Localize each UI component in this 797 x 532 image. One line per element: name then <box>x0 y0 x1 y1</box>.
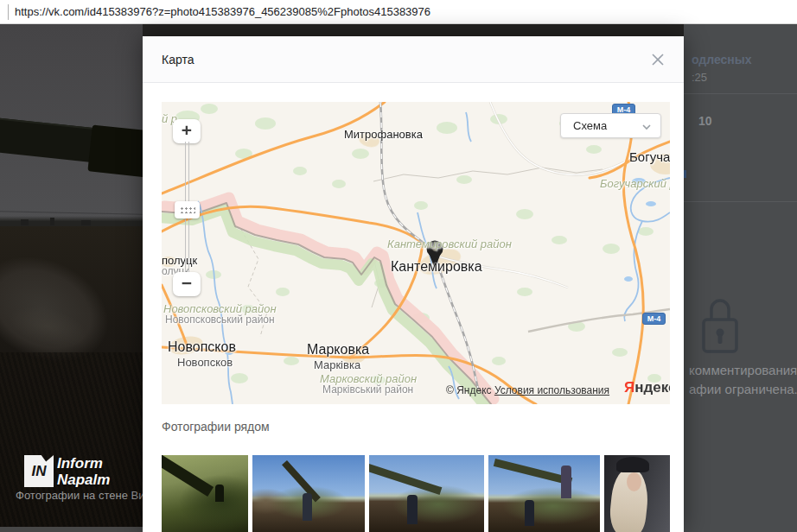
comments-restricted-text: комментирования з <box>689 363 797 377</box>
yandex-map[interactable]: й р Митрофановка Богуча Богучарский ра К… <box>162 102 670 404</box>
url-caret <box>8 4 9 20</box>
dimmed-button-edge <box>684 170 686 178</box>
photos-nearby-row <box>162 455 670 532</box>
dimmed-page-right-panel: одлесных :25 10 комментирования з афии о… <box>684 24 797 532</box>
map-label-kantemirovsky-rayon: Кантемировский район <box>387 238 512 250</box>
photos-nearby-title: Фотографии рядом <box>162 420 270 434</box>
divider <box>684 93 797 94</box>
map-modal: Карта <box>143 36 684 532</box>
map-type-selector[interactable]: Схема <box>560 113 661 138</box>
map-label-boguchar: Богуча <box>629 149 670 164</box>
modal-title: Карта <box>162 53 194 66</box>
map-vector-layer <box>162 102 670 404</box>
map-label-novopskov-ua: Новопсков <box>177 356 233 369</box>
yandex-logo-ya: Я <box>624 379 634 396</box>
portrait-face-shape <box>627 472 641 491</box>
map-label-kantemirovka: Кантемировка <box>391 259 482 275</box>
timestamp-fragment: :25 <box>692 71 707 84</box>
map-label-mitrofanovka: Митрофановка <box>344 128 423 141</box>
slider-dots-icon <box>180 206 195 213</box>
map-label-bogucharsky-rayon: Богучарский ра <box>600 177 670 190</box>
scene-hut <box>21 219 29 225</box>
map-label-markovka-ua: Марківка <box>314 358 360 371</box>
comments-restricted-text: афии ограничена. <box>689 382 797 396</box>
yandex-logo-rest: ндекс <box>634 379 670 396</box>
photo-thumbnail-1[interactable] <box>162 455 248 532</box>
person-shape <box>407 495 418 524</box>
likes-count: 10 <box>698 114 712 128</box>
watermark-line2: Napalm <box>57 472 110 488</box>
informnapalm-logo-badge: IN <box>24 455 54 487</box>
watermark-line1: Inform <box>57 455 110 472</box>
browser-url-bar[interactable]: https://vk.com/id415383976?z=photo415383… <box>0 0 797 24</box>
person-shape <box>525 500 534 526</box>
background-photo-tank: IN Inform Napalm Фотографии на стене Ви <box>0 24 143 532</box>
scene-hut <box>50 218 54 225</box>
chevron-down-icon <box>641 122 652 132</box>
person-shape <box>303 493 312 521</box>
map-type-value: Схема <box>573 119 607 132</box>
tank-barrel-shape <box>282 460 321 502</box>
portrait-cap-shape <box>616 457 649 472</box>
scene-hut <box>81 220 91 225</box>
zoom-out-button[interactable]: − <box>173 272 201 296</box>
map-copyright: © Яндекс <box>446 384 492 396</box>
photo-thumbnail-4[interactable] <box>488 455 600 532</box>
informnapalm-logo-text: Inform Napalm <box>57 455 110 488</box>
tank-barrel-shape <box>162 455 214 497</box>
photo-thumbnail-3[interactable] <box>369 455 484 532</box>
divider <box>684 201 797 202</box>
map-label-novopskov-ru: Новопсков <box>168 339 236 355</box>
person-shape <box>215 484 224 502</box>
zoom-in-button[interactable]: + <box>173 119 201 143</box>
tank-barrel-shape <box>369 462 442 495</box>
url-text[interactable]: https://vk.com/id415383976?z=photo415383… <box>15 5 430 18</box>
screenshot-root: https://vk.com/id415383976?z=photo415383… <box>0 0 797 532</box>
lock-icon <box>698 292 742 354</box>
close-icon[interactable] <box>651 53 665 66</box>
map-label-markovsky-rayon-ua: Марківський район <box>322 383 413 396</box>
map-label-novopskovsky-rayon-ua: Новопсковський район <box>165 314 275 326</box>
yandex-logo[interactable]: Яндекс <box>624 379 670 396</box>
terms-of-use-link[interactable]: Условия использования <box>494 384 609 396</box>
photo-caption: Фотографии на стене Ви <box>16 489 143 502</box>
tank-gun-muzzle <box>87 124 143 177</box>
zoom-slider-handle[interactable] <box>175 201 200 218</box>
photo-thumbnail-2[interactable] <box>252 455 365 532</box>
modal-header: Карта <box>143 36 684 83</box>
scene-grass <box>0 352 143 532</box>
photo-thumbnail-5[interactable] <box>604 455 670 532</box>
map-attribution: © Яндекс Условия использования <box>446 384 609 396</box>
map-label-markovka-ru: Марковка <box>307 342 369 358</box>
scene-bottom-strip <box>0 527 143 532</box>
person-shape <box>561 466 571 498</box>
road-badge-m4-bottom: М-4 <box>642 313 666 325</box>
user-name-fragment: одлесных <box>692 53 752 66</box>
